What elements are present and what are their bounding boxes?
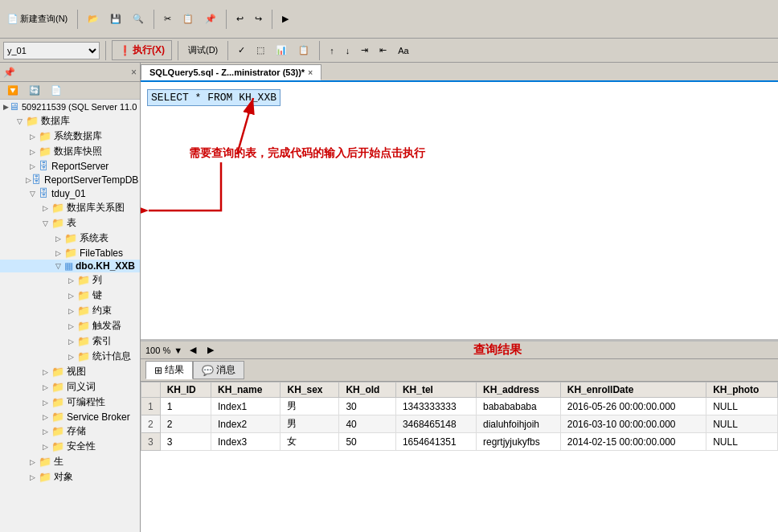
table-row: 22Index2男403468465148dialuhfoihjoih2016-… <box>141 415 778 433</box>
parse-button[interactable]: ⬚ <box>252 43 268 58</box>
expander-cols: ▷ <box>64 276 77 284</box>
sidebar-item-databases[interactable]: ▽ 📁 数据库 <box>0 113 140 129</box>
sidebar-toolbar: 🔽 🔄 📄 <box>0 82 140 100</box>
outdent-button[interactable]: ⇤ <box>375 43 391 58</box>
indent-button[interactable]: ⇥ <box>357 43 372 58</box>
display-button[interactable]: 📋 <box>294 43 313 58</box>
sql-line[interactable]: SELECT * FROM KH_XXB <box>147 92 772 104</box>
tab-close-button[interactable]: × <box>308 68 313 77</box>
sidebar-item-systables[interactable]: ▷ 📁 系统表 <box>0 231 140 246</box>
server-node[interactable]: ▶ 🖥 509211539 (SQL Server 11.0 <box>0 100 140 113</box>
sort-desc-button[interactable]: ↓ <box>342 43 354 58</box>
toolbar-btn-3[interactable]: 🔍 <box>129 11 148 27</box>
results-toolbar: 100 % ▼ ◀ ▶ 查询结果 <box>141 342 778 359</box>
database-select[interactable]: y_01 <box>3 42 100 59</box>
pin-icon[interactable]: 📌 <box>3 67 15 78</box>
sidebar-item-tduy01[interactable]: ▽ 🗄 tduy_01 <box>0 186 140 200</box>
new-query-button[interactable]: 📄 新建查询(N) <box>3 10 72 27</box>
sidebar-item-dbdiagram[interactable]: ▷ 📁 数据库关系图 <box>0 200 140 215</box>
zoom-btn2[interactable]: ▶ <box>203 342 218 358</box>
sidebar-item-snapshots[interactable]: ▷ 📁 数据库快照 <box>0 144 140 159</box>
sidebar-item-cols[interactable]: ▷ 📁 列 <box>0 272 140 288</box>
col-kh-sex: KH_sex <box>280 383 339 398</box>
sidebar-header: 📌 × <box>0 63 140 82</box>
sidebar-item-reportserver[interactable]: ▷ 🗄 ReportServer <box>0 159 140 173</box>
db-icon-tduy: 🗄 <box>39 187 49 199</box>
expander-syn: ▷ <box>39 383 51 391</box>
sidebar-item-filetables[interactable]: ▷ 📁 FileTables <box>0 246 140 260</box>
folder-icon-dd: 📁 <box>51 202 64 214</box>
sidebar-item-sysdb[interactable]: ▷ 📁 系统数据库 <box>0 129 140 144</box>
sidebar-refresh-btn[interactable]: 🔄 <box>25 83 44 98</box>
cell-r2-c1: 2 <box>160 415 211 433</box>
sidebar-item-stats[interactable]: ▷ 📁 统计信息 <box>0 349 140 364</box>
sidebar-new-btn[interactable]: 📄 <box>47 83 66 98</box>
cell-r3-c7: 2014-02-15 00:00:00.000 <box>560 433 706 451</box>
query-tab[interactable]: SQLQuery5.sql - Z...ministrator (53))* × <box>141 64 321 80</box>
toolbar-btn-cut[interactable]: ✂ <box>160 11 175 27</box>
debug-button[interactable]: 调试(D) <box>184 42 222 59</box>
separator-2 <box>154 10 154 29</box>
zoom-btn[interactable]: ◀ <box>186 342 200 358</box>
toolbar-btn-2[interactable]: 💾 <box>106 11 125 27</box>
col-rownum <box>141 383 161 398</box>
sidebar-item-tables[interactable]: ▽ 📁 表 <box>0 215 140 231</box>
folder-icon-sysdb: 📁 <box>39 130 51 142</box>
cell-r3-c8: NULL <box>706 433 778 451</box>
separator-8 <box>319 41 320 60</box>
annotation-text: 需要查询的表，完成代码的输入后开始点击执行 <box>189 146 425 161</box>
cell-r1-c6: bababababa <box>476 398 560 415</box>
sidebar-item-kh-xxb[interactable]: ▽ ▦ dbo.KH_XXB <box>0 260 140 272</box>
folder-icon-const: 📁 <box>77 305 90 317</box>
sidebar-close-icon[interactable]: × <box>131 67 137 78</box>
table-icon-kh: ▦ <box>64 260 73 272</box>
sidebar-item-programmability[interactable]: ▷ 📁 可编程性 <box>0 395 140 410</box>
arrow-svg-1 <box>141 82 778 339</box>
separator-6 <box>178 41 178 60</box>
results-zoom: 100 % ▼ ◀ ▶ <box>145 342 218 358</box>
db-icon-rstmp: 🗄 <box>31 174 42 186</box>
sidebar-item-keys[interactable]: ▷ 📁 键 <box>0 288 140 303</box>
cell-r2-c3: 男 <box>280 415 339 433</box>
folder-icon-ft: 📁 <box>64 247 77 259</box>
cell-r2-c7: 2016-03-10 00:00:00.000 <box>560 415 706 433</box>
cell-r1-c2: Index1 <box>211 398 280 415</box>
expander-rs: ▷ <box>26 162 39 170</box>
sidebar-item-security[interactable]: ▷ 📁 安全性 <box>0 439 140 454</box>
toolbar-btn-run[interactable]: ▶ <box>278 11 293 27</box>
expander-const: ▷ <box>64 307 77 315</box>
sidebar-item-objects[interactable]: ▷ 📁 对象 <box>0 469 140 485</box>
toolbar-btn-copy[interactable]: 📋 <box>178 11 198 27</box>
toolbar-btn-1[interactable]: 📂 <box>84 11 103 27</box>
expander-dd: ▷ <box>39 204 51 212</box>
results-tab-messages[interactable]: 💬 消息 <box>193 361 244 379</box>
messages-icon: 💬 <box>202 365 214 376</box>
sidebar-item-synonyms[interactable]: ▷ 📁 同义词 <box>0 379 140 395</box>
results-tbody: 11Index1男301343333333bababababa2016-05-2… <box>141 398 778 451</box>
zoom-dropdown-icon[interactable]: ▼ <box>174 346 182 355</box>
sidebar-item-storage[interactable]: ▷ 📁 存储 <box>0 424 140 439</box>
arrow-svg-2 <box>141 82 778 339</box>
format-button[interactable]: Aa <box>394 43 412 58</box>
col-kh-id: KH_ID <box>160 383 211 398</box>
sidebar-item-views[interactable]: ▷ 📁 视图 <box>0 364 140 379</box>
sidebar-item-triggers[interactable]: ▷ 📁 触发器 <box>0 318 140 334</box>
check-button[interactable]: ✓ <box>234 43 249 58</box>
results-tab-results[interactable]: ⊞ 结果 <box>145 361 193 379</box>
separator-3 <box>226 10 227 29</box>
sidebar-item-reportservertempdb[interactable]: ▷ 🗄 ReportServerTempDB <box>0 173 140 186</box>
sidebar-item-service-broker[interactable]: ▷ 📁 Service Broker <box>0 410 140 424</box>
sidebar-item-sheng[interactable]: ▷ 📁 生 <box>0 454 140 469</box>
cell-r3-c1: 3 <box>160 433 211 451</box>
sidebar-filter-btn[interactable]: 🔽 <box>3 83 23 98</box>
toolbar-btn-paste[interactable]: 📌 <box>201 11 220 27</box>
toolbar-btn-undo[interactable]: ↩ <box>232 11 248 27</box>
expander-views: ▷ <box>39 368 51 376</box>
sidebar-item-constraints[interactable]: ▷ 📁 约束 <box>0 303 140 318</box>
toolbar-btn-redo[interactable]: ↪ <box>251 11 266 27</box>
sidebar-item-indexes[interactable]: ▷ 📁 索引 <box>0 334 140 349</box>
execute-button[interactable]: ❗ 执行(X) <box>112 40 172 60</box>
expander-sec: ▷ <box>39 443 51 451</box>
sort-asc-button[interactable]: ↑ <box>326 43 338 58</box>
results-button[interactable]: 📊 <box>272 43 291 58</box>
